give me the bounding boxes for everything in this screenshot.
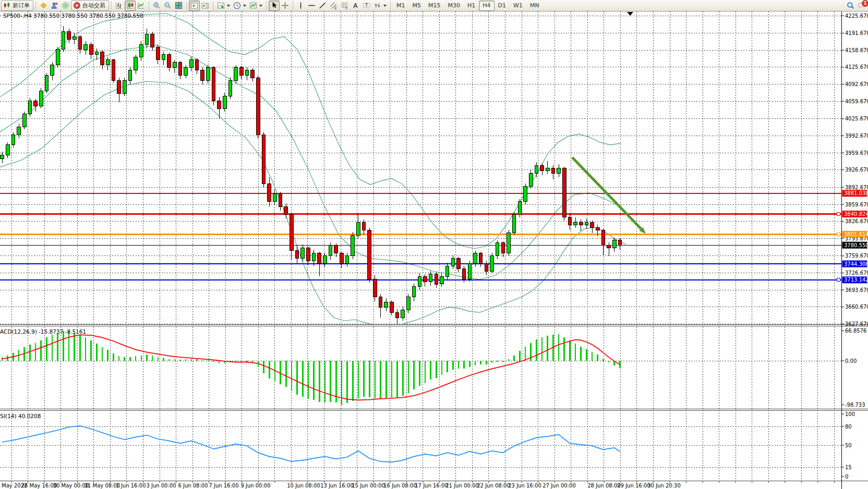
shapes-icon[interactable] [372, 1, 388, 11]
svg-text:26 May 16:00: 26 May 16:00 [21, 483, 57, 488]
trendline-icon[interactable] [317, 1, 328, 11]
toolbar-separator [213, 2, 213, 10]
cursor-icon [270, 2, 278, 9]
svg-text:3759.670: 3759.670 [845, 253, 868, 259]
zoom-out-icon [164, 2, 172, 9]
timeframe-m5[interactable]: M5 [409, 1, 425, 11]
horizontal-line-icon [308, 2, 316, 9]
auto-scroll-icon[interactable] [189, 1, 200, 11]
svg-text:4158.670: 4158.670 [845, 47, 868, 53]
timeframe-w1[interactable]: W1 [510, 1, 526, 11]
svg-text:4125.670: 4125.670 [845, 64, 868, 70]
svg-text:22 Jun 08:00: 22 Jun 08:00 [477, 483, 510, 488]
indicators-icon[interactable] [215, 1, 232, 11]
search-button[interactable] [845, 1, 856, 11]
svg-text:30 Jun 20:30: 30 Jun 20:30 [647, 483, 681, 488]
zoom-out-icon[interactable] [162, 1, 173, 11]
svg-text:4225.670: 4225.670 [845, 13, 868, 19]
community-icon [51, 2, 58, 9]
channel-icon[interactable]: E [328, 1, 339, 11]
search-icon [847, 2, 854, 9]
templates-icon[interactable] [248, 1, 264, 11]
timeframe-m15[interactable]: M15 [425, 1, 444, 11]
timeframe-mn[interactable]: MN [526, 1, 543, 11]
bar-chart-icon[interactable] [114, 1, 125, 11]
svg-text:21 Jun 00:00: 21 Jun 00:00 [445, 483, 479, 488]
timeframe-h1[interactable]: H1 [464, 1, 479, 11]
templates-icon [249, 2, 257, 9]
chart-shift-icon [201, 2, 209, 9]
svg-text:3744.308: 3744.308 [844, 261, 868, 267]
toolbar-separator [35, 2, 36, 10]
vertical-line-icon[interactable] [295, 1, 306, 11]
svg-text:3859.670: 3859.670 [845, 202, 868, 207]
toolbar-separator [111, 2, 112, 10]
toolbar-right-group: 1 [845, 1, 867, 11]
label-icon: T [363, 2, 370, 9]
svg-text:17 Jun 16:00: 17 Jun 16:00 [415, 483, 448, 488]
svg-text:27 Jun 00:00: 27 Jun 00:00 [542, 483, 576, 488]
svg-text:F: F [346, 6, 348, 9]
svg-text:3992.670: 3992.670 [845, 133, 868, 139]
svg-text:3801.614: 3801.614 [844, 231, 868, 237]
chevron-down-icon [383, 5, 387, 7]
svg-text:3627.670: 3627.670 [845, 321, 868, 327]
line-chart-icon[interactable] [136, 1, 147, 11]
indicators-icon [217, 2, 225, 9]
zoom-in-icon[interactable] [151, 1, 162, 11]
timeframe-m1[interactable]: M1 [393, 1, 409, 11]
autotrading-button[interactable]: 自动交易 [71, 1, 109, 11]
autotrading-button-label: 自动交易 [82, 2, 105, 9]
candlestick-chart-icon [126, 2, 134, 9]
timeframe-m30[interactable]: M30 [444, 1, 464, 11]
svg-text:80: 80 [845, 424, 852, 430]
text-icon[interactable]: A [350, 1, 361, 11]
signals-icon[interactable] [60, 1, 71, 11]
svg-text:4191.670: 4191.670 [845, 30, 868, 36]
svg-text:15 Jun 00:00: 15 Jun 00:00 [352, 483, 385, 488]
new-order-button-label: 新订单 [13, 2, 30, 9]
svg-text:3881.038: 3881.038 [844, 190, 868, 196]
timeframe-h4[interactable]: H4 [479, 1, 494, 11]
svg-text:6 Jun 08:00: 6 Jun 08:00 [178, 483, 208, 488]
svg-text:29 Jun 16:00: 29 Jun 16:00 [617, 483, 650, 488]
cursor-icon[interactable] [269, 1, 280, 11]
toolbar-separator [293, 2, 293, 10]
label-icon[interactable]: T [361, 1, 372, 11]
community-icon[interactable] [49, 1, 60, 11]
svg-text:28 Jun 08:00: 28 Jun 08:00 [587, 483, 621, 488]
fibonacci-icon[interactable]: F [339, 1, 350, 11]
crosshair-icon[interactable] [280, 1, 291, 11]
crosshair-icon [281, 2, 289, 9]
metaeditor-icon[interactable] [38, 1, 49, 11]
svg-text:A: A [353, 2, 358, 9]
svg-text:3660.670: 3660.670 [845, 304, 868, 310]
periods-icon[interactable] [232, 1, 248, 11]
chart-shift-icon[interactable] [200, 1, 211, 11]
vertical-line-icon [297, 2, 305, 9]
horizontal-line-icon[interactable] [306, 1, 317, 11]
tile-windows-icon[interactable] [173, 1, 184, 11]
notifications-button[interactable]: 1 [856, 1, 867, 11]
chart-canvas[interactable]: 4225.6704191.6704158.6704125.6704092.670… [0, 11, 868, 489]
svg-text:30 May 00:00: 30 May 00:00 [53, 483, 89, 488]
svg-text:3959.670: 3959.670 [845, 150, 868, 156]
svg-text:0.00: 0.00 [845, 358, 857, 364]
notification-badge: 1 [862, 0, 868, 7]
new-order-button[interactable]: 新订单 [1, 1, 33, 11]
shapes-icon [373, 2, 381, 9]
candlestick-chart-icon[interactable] [125, 1, 136, 11]
new-order-icon [3, 2, 11, 9]
timeframe-d1[interactable]: D1 [495, 1, 510, 11]
line-chart-icon [137, 2, 145, 9]
svg-text:3713.142: 3713.142 [844, 277, 868, 283]
svg-text:3826.670: 3826.670 [845, 218, 868, 224]
svg-text:66.8576: 66.8576 [845, 328, 866, 334]
chart-area[interactable]: 4225.6704191.6704158.6704125.6704092.670… [0, 11, 868, 489]
autotrading-icon [73, 2, 81, 9]
svg-text:7 Jun 16:00: 7 Jun 16:00 [209, 483, 238, 488]
svg-text:1 Jun 16:00: 1 Jun 16:00 [116, 483, 146, 488]
svg-text:3840.824: 3840.824 [844, 211, 868, 217]
svg-text:T: T [365, 3, 368, 8]
svg-text:-98.733: -98.733 [845, 402, 865, 408]
